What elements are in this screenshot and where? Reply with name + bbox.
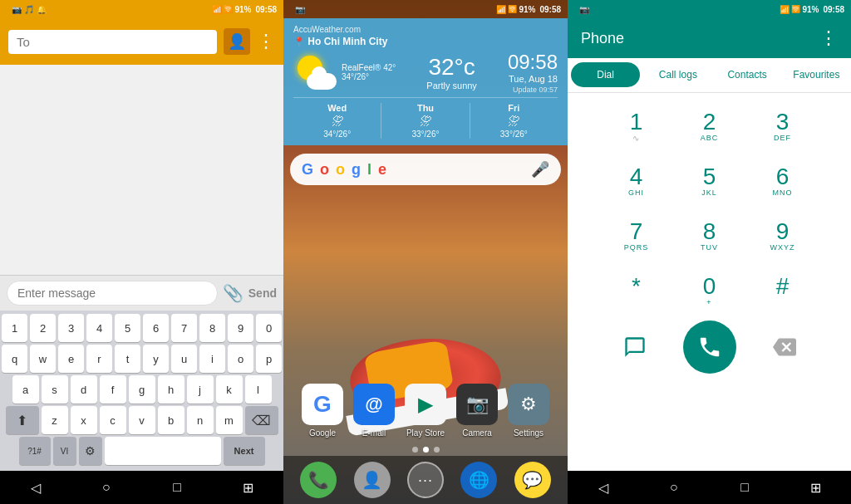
tab-dial[interactable]: Dial bbox=[571, 62, 640, 87]
key-4[interactable]: 4 bbox=[86, 314, 112, 342]
app-camera[interactable]: 📷 Camera bbox=[456, 384, 498, 438]
time-2: 09:58 bbox=[539, 5, 561, 14]
key-k[interactable]: k bbox=[216, 375, 243, 404]
keyboard: 1 2 3 4 5 6 7 8 9 0 q w e r t y u i o p … bbox=[0, 311, 283, 471]
google-mic-icon[interactable]: 🎤 bbox=[531, 160, 549, 179]
phone-more-button[interactable]: ⋮ bbox=[819, 27, 838, 49]
dock-apps[interactable]: ··· bbox=[407, 462, 444, 498]
dial-key-2[interactable]: 2 ABC bbox=[675, 101, 745, 153]
key-z[interactable]: z bbox=[42, 406, 68, 434]
tab-call-logs[interactable]: Call logs bbox=[643, 58, 712, 92]
key-g[interactable]: g bbox=[129, 375, 155, 404]
dock-messages[interactable]: 💬 bbox=[514, 462, 551, 498]
sym-key[interactable]: ?1# bbox=[19, 437, 51, 465]
call-button[interactable] bbox=[683, 321, 736, 374]
dial-key-0[interactable]: 0 + bbox=[675, 266, 745, 317]
delete-key[interactable]: ⌫ bbox=[245, 406, 278, 434]
recent-button-3[interactable]: □ bbox=[728, 471, 761, 504]
key-e[interactable]: e bbox=[58, 345, 84, 373]
sms-message-input[interactable] bbox=[7, 281, 218, 306]
home-button-3[interactable]: ○ bbox=[657, 471, 691, 504]
dial-key-4[interactable]: 4 GHI bbox=[602, 156, 671, 208]
dial-key-6[interactable]: 6 MNO bbox=[748, 156, 818, 208]
key-r[interactable]: r bbox=[86, 345, 112, 373]
key-h[interactable]: h bbox=[158, 375, 184, 404]
next-key[interactable]: Next bbox=[224, 437, 265, 465]
space-key[interactable] bbox=[105, 437, 221, 465]
back-button-1[interactable]: ◁ bbox=[19, 471, 52, 504]
key-3[interactable]: 3 bbox=[58, 314, 84, 342]
key-a[interactable]: a bbox=[12, 375, 39, 404]
key-u[interactable]: u bbox=[171, 345, 197, 373]
status-bar-2: 📷 📶 🛜 91% 09:58 bbox=[283, 0, 568, 18]
app-google[interactable]: G Google bbox=[302, 384, 343, 438]
google-search-bar[interactable]: Google 🎤 bbox=[290, 154, 561, 185]
key-2[interactable]: 2 bbox=[30, 314, 56, 342]
dial-key-8[interactable]: 8 TUV bbox=[675, 211, 745, 262]
key-5[interactable]: 5 bbox=[115, 314, 140, 342]
key-t[interactable]: t bbox=[115, 345, 140, 373]
tab-contacts[interactable]: Contacts bbox=[713, 58, 782, 92]
app-play-store[interactable]: ▶ Play Store bbox=[405, 384, 446, 438]
dock-phone[interactable]: 📞 bbox=[300, 462, 337, 498]
attach-icon[interactable]: 📎 bbox=[223, 283, 243, 303]
tab-favourites[interactable]: Favourites bbox=[782, 58, 851, 92]
dial-key-5[interactable]: 5 JKL bbox=[675, 156, 745, 208]
key-0[interactable]: 0 bbox=[256, 314, 282, 342]
key-c[interactable]: c bbox=[100, 406, 126, 434]
key-6[interactable]: 6 bbox=[143, 314, 169, 342]
key-1[interactable]: 1 bbox=[2, 314, 27, 342]
weather-main: RealFeel® 42° 34°/26° 32°c Partly sunny … bbox=[293, 51, 558, 94]
dial-key-3[interactable]: 3 DEF bbox=[748, 101, 818, 153]
dock-browser[interactable]: 🌐 bbox=[460, 462, 497, 498]
key-b[interactable]: b bbox=[158, 406, 184, 434]
key-s[interactable]: s bbox=[42, 375, 68, 404]
key-o[interactable]: o bbox=[228, 345, 253, 373]
key-q[interactable]: q bbox=[2, 345, 27, 373]
key-f[interactable]: f bbox=[100, 375, 126, 404]
contact-picker-button[interactable]: 👤 bbox=[224, 28, 250, 55]
shift-key[interactable]: ⬆ bbox=[6, 406, 39, 434]
key-l[interactable]: l bbox=[245, 375, 272, 404]
dial-key-9[interactable]: 9 WXYZ bbox=[748, 211, 818, 262]
weather-update: Update 09:57 bbox=[508, 86, 558, 94]
key-7[interactable]: 7 bbox=[171, 314, 197, 342]
keyboard-row-numbers: 1 2 3 4 5 6 7 8 9 0 bbox=[2, 314, 282, 342]
key-9[interactable]: 9 bbox=[228, 314, 253, 342]
sms-more-button[interactable]: ⋮ bbox=[257, 31, 275, 52]
dial-key-1[interactable]: 1 ∿ bbox=[602, 101, 671, 153]
app-email[interactable]: @ E-mail bbox=[353, 384, 395, 438]
dialpad-bottom bbox=[602, 321, 818, 380]
key-x[interactable]: x bbox=[71, 406, 97, 434]
recent-button-1[interactable]: □ bbox=[160, 471, 194, 504]
dial-key-7[interactable]: 7 PQRS bbox=[602, 211, 671, 262]
key-i[interactable]: i bbox=[199, 345, 225, 373]
key-w[interactable]: w bbox=[30, 345, 56, 373]
google-icon: G bbox=[302, 384, 343, 425]
key-8[interactable]: 8 bbox=[199, 314, 225, 342]
key-n[interactable]: n bbox=[187, 406, 214, 434]
weather-widget[interactable]: AccuWeather.com 📍 Ho Chi Minh City RealF… bbox=[283, 18, 568, 145]
dial-key-star[interactable]: * bbox=[602, 266, 671, 317]
dock-contacts[interactable]: 👤 bbox=[354, 462, 391, 498]
screen-button-1[interactable]: ⊞ bbox=[231, 471, 264, 504]
key-j[interactable]: j bbox=[187, 375, 214, 404]
sms-button[interactable] bbox=[617, 329, 653, 365]
temp-range: 34°/26° bbox=[342, 72, 396, 81]
key-v[interactable]: v bbox=[129, 406, 155, 434]
settings-key[interactable]: ⚙ bbox=[79, 437, 102, 465]
back-button-3[interactable]: ◁ bbox=[587, 471, 620, 504]
key-d[interactable]: d bbox=[71, 375, 97, 404]
sms-to-input[interactable] bbox=[8, 30, 217, 54]
screen-button-3[interactable]: ⊞ bbox=[799, 471, 832, 504]
home-button-1[interactable]: ○ bbox=[90, 471, 123, 504]
key-y[interactable]: y bbox=[143, 345, 169, 373]
lang-key[interactable]: VI bbox=[53, 437, 76, 465]
key-p[interactable]: p bbox=[256, 345, 282, 373]
send-button[interactable]: Send bbox=[248, 286, 277, 300]
weather-icon bbox=[293, 51, 335, 93]
key-m[interactable]: m bbox=[216, 406, 243, 434]
delete-button[interactable] bbox=[766, 329, 803, 365]
app-settings[interactable]: ⚙ Settings bbox=[508, 384, 549, 438]
dial-key-hash[interactable]: # bbox=[748, 266, 818, 317]
